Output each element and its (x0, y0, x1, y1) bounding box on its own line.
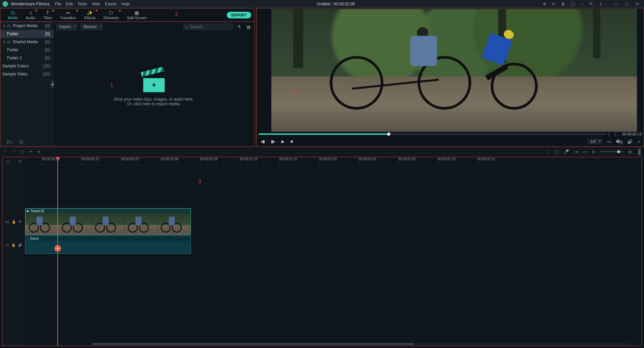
zoom-out-icon[interactable]: ⊖ (592, 149, 595, 154)
refresh-icon[interactable]: ↻ (551, 2, 556, 6)
record-dropdown[interactable]: Record (80, 23, 103, 31)
tab-effects[interactable]: ✨ Effects (80, 10, 99, 20)
tab-titles[interactable]: T Titles (39, 10, 56, 20)
export-button[interactable]: EXPORT (227, 12, 251, 18)
elements-icon: ⬡ (109, 10, 113, 15)
sidebar-item-project-media[interactable]: ▼ 🗀 Project Media (0) (0, 22, 53, 30)
timeline-body[interactable]: 00:00:00:1000:00:00:1500:00:00:2000:00:0… (25, 157, 642, 346)
zoom-ratio-dropdown[interactable]: 1/2 (588, 139, 602, 144)
fullscreen-icon[interactable]: ⤢ (637, 139, 641, 144)
menu-file[interactable]: File (55, 2, 61, 6)
track-visibility-icon[interactable]: 👁 (18, 220, 22, 224)
marker-icon[interactable]: ◻ (555, 149, 559, 154)
render-preview-icon[interactable]: ◌ (547, 149, 550, 154)
ruler-tick: 00:00:01:20 (319, 157, 337, 161)
sidebar-item-sample-video[interactable]: Sample Video (20) (0, 70, 53, 78)
playhead-scissors-icon[interactable]: ✂ (54, 245, 61, 252)
sidebar-item-sample-colors[interactable]: Sample Colors (15) (0, 62, 53, 70)
window-close-button[interactable]: ✕ (633, 1, 641, 7)
download-icon[interactable]: ⤓ (598, 2, 603, 6)
new-folder-icon[interactable]: 🗀₊ (6, 139, 13, 144)
volume-icon[interactable]: 🔊 (627, 139, 633, 144)
tab-media[interactable]: 🗀 Media (4, 10, 22, 20)
tab-audio[interactable]: ♫ Audio (22, 10, 39, 20)
audio-track[interactable]: ♪1 🔓 🔊 ♪ Stand (25, 236, 642, 254)
sidebar-item-folder-2[interactable]: Folder 2 (0) (0, 54, 53, 62)
media-drop-zone[interactable]: 1 Drop your video clips, images, or audi… (53, 32, 255, 147)
crop-icon[interactable]: ▭ (583, 149, 587, 154)
search-icon: ⌕ (185, 25, 188, 29)
timeline-options-icon[interactable]: ▭ (6, 159, 10, 164)
preview-progress-bar[interactable] (259, 133, 606, 135)
audio-mixer-icon[interactable]: ♪≡ (574, 149, 578, 154)
timeline-area: ▭ ⟲ 00:00:00:1000:00:00:1500:00:00:2000:… (2, 157, 642, 346)
annotation-2: 2 (175, 11, 178, 17)
sidebar-item-folder[interactable]: Folder (0) (0, 46, 53, 54)
menu-edit[interactable]: Edit (66, 2, 73, 6)
playback-quality-icon[interactable]: ▭ (607, 139, 611, 144)
delete-folder-icon[interactable]: 🗀 (19, 139, 23, 144)
audio-clip[interactable]: ♪ Stand (25, 236, 191, 254)
window-minimize-button[interactable]: — (612, 1, 620, 7)
ruler-tick: 00:00:00:20 (121, 157, 139, 161)
menu-help[interactable]: Help (121, 2, 130, 6)
search-input[interactable] (190, 24, 230, 29)
play-button[interactable]: ▶ (281, 139, 284, 144)
window-maximize-button[interactable]: ▢ (623, 1, 631, 7)
stop-button[interactable]: ■ (290, 139, 293, 144)
timeline-horizontal-scrollbar[interactable] (92, 343, 628, 345)
track-lock-icon[interactable]: 🔓 (12, 220, 16, 224)
save-icon[interactable]: ▫ (580, 2, 584, 6)
share-icon[interactable]: ⇱ (589, 2, 594, 6)
sidebar-item-folder[interactable]: Folder (0) (0, 30, 53, 38)
sidebar-label: Project Media (13, 23, 45, 28)
timeline-ruler[interactable]: 00:00:00:1000:00:00:1500:00:00:2000:00:0… (25, 157, 642, 165)
video-clip[interactable]: ▶ Travel 01 (25, 208, 191, 235)
ruler-tick: 00:00:01:00 (161, 157, 178, 161)
clapper-icon (143, 72, 165, 92)
sidebar-count: (15) (43, 64, 50, 68)
delete-icon[interactable]: 🗑 (20, 149, 24, 154)
folder-icon: 🗀 (7, 24, 11, 28)
tab-transition[interactable]: ⇋ Transition (56, 10, 80, 20)
redo-icon[interactable]: ↷ (12, 149, 15, 154)
snapshot-icon[interactable]: �ġ (616, 139, 623, 144)
settings-gear-icon[interactable]: ⚙ (542, 2, 547, 6)
import-dropdown[interactable]: Import (56, 23, 77, 31)
menu-view[interactable]: View (92, 2, 100, 6)
media-search[interactable]: ⌕ (183, 23, 233, 30)
left-pane: 🗀 Media ♫ Audio T Titles ⇋ Transition ✨ … (0, 8, 255, 147)
ruler-tick: 00:00:02:05 (398, 157, 416, 161)
sidebar-item-shared-media[interactable]: ▼ 🗀 Shared Media (0) (0, 38, 53, 46)
track-mute-icon[interactable]: 🔊 (18, 243, 22, 247)
voiceover-icon[interactable]: 🎤 (564, 149, 569, 154)
trash-icon[interactable]: 🗑 (561, 2, 566, 6)
filter-icon[interactable]: ⚗ (236, 24, 243, 30)
tab-elements[interactable]: ⬡ Elements (99, 10, 123, 20)
next-frame-button[interactable]: ▮▸ (271, 139, 275, 144)
timeline-link-icon[interactable]: ⟲ (18, 159, 21, 164)
video-track[interactable]: ▸1 🔓 👁 ▶ Travel 01 (25, 208, 642, 235)
menu-tools[interactable]: Tools (77, 2, 87, 6)
zoom-in-icon[interactable]: ⊕ (628, 149, 632, 154)
menu-export[interactable]: Export (105, 2, 117, 6)
sidebar-label: Shared Media (13, 40, 45, 44)
tab-split-screen[interactable]: ▦ Split Screen (123, 10, 151, 20)
grid-view-icon[interactable]: ▦ (245, 24, 252, 30)
preview-video[interactable] (271, 9, 637, 132)
edit-tools-icon[interactable]: ≡ (38, 149, 40, 154)
sidebar-count: (20) (43, 72, 50, 76)
undo-icon[interactable]: ↶ (3, 149, 7, 154)
app-name: Wondershare Filmora (11, 2, 49, 6)
timeline-playhead[interactable]: ✂ (57, 157, 58, 346)
split-scissors-icon[interactable]: ✂ (29, 149, 33, 154)
account-icon[interactable]: ◯ (570, 2, 575, 6)
prev-frame-button[interactable]: ◂▮ (261, 139, 265, 144)
preview-timecode: 00:00:00:13 (622, 132, 642, 136)
zoom-to-fit-icon[interactable] (639, 149, 641, 155)
tab-media-label: Media (8, 16, 18, 20)
clip-audio-icon: ♪ (27, 237, 29, 240)
track-lock-icon[interactable]: 🔓 (11, 243, 15, 247)
music-icon: ♫ (29, 10, 33, 15)
zoom-slider[interactable] (600, 151, 624, 152)
